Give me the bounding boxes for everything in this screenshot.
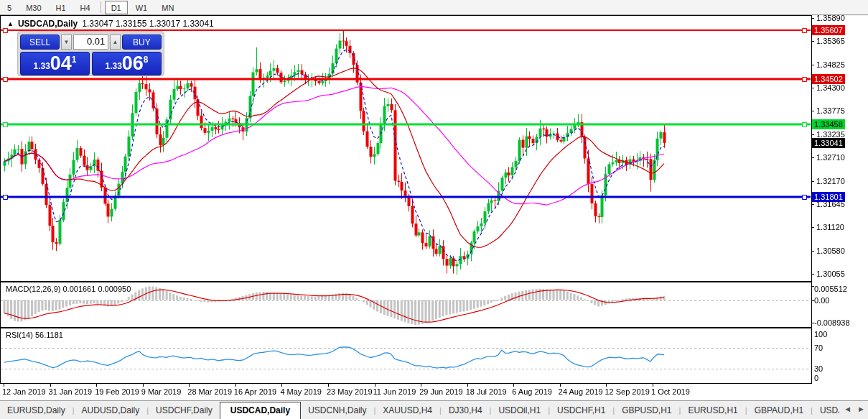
timeframe-button-5[interactable]: 5: [1, 1, 18, 14]
ohlc-quote-text: 1.33047 1.33155 1.33017 1.33041: [82, 19, 214, 29]
volume-increase-button[interactable]: ▲: [110, 34, 121, 50]
date-axis-label: 1 Oct 2019: [651, 387, 690, 396]
buy-button[interactable]: BUY: [122, 34, 162, 50]
chart-tab-GBPAUD-H1[interactable]: GBPAUD,H1: [747, 402, 811, 418]
chart-tab-AUDUSD-Daily[interactable]: AUDUSD,Daily: [75, 402, 147, 418]
chart-tab-USDCHF-Daily[interactable]: USDCHF,Daily: [149, 402, 220, 418]
date-axis-label: 28 Mar 2019: [187, 387, 232, 396]
sell-price-panel[interactable]: 1.33 04 1: [20, 52, 90, 75]
rsi-indicator-label: RSI(14) 56.1181: [6, 331, 63, 339]
timeframe-button-W1[interactable]: W1: [129, 1, 154, 14]
date-axis-label: 31 Jan 2019: [49, 387, 93, 396]
timeframe-toolbar: 5M30H1H4D1W1MN: [0, 0, 868, 15]
date-axis-label: 19 Feb 2019: [95, 387, 139, 396]
date-axis-label: 4 May 2019: [280, 387, 321, 396]
date-axis-label: 12 Sep 2019: [605, 387, 649, 396]
sell-price-sup: 1: [72, 55, 77, 65]
date-axis-label: 11 Jun 2019: [373, 387, 416, 396]
price-axis-tick: 1.34825: [816, 60, 845, 69]
chart-tab-EURUSD-H1[interactable]: EURUSD,H1: [681, 402, 745, 418]
price-axis-tick: 1.32710: [816, 153, 845, 162]
chart-tab-USDOil-H1[interactable]: USDOil,H1: [491, 402, 548, 418]
trading-platform-window: 5M30H1H4D1W1MN ▲ USDCAD,Daily 1.33047 1.…: [0, 0, 868, 419]
price-level-badge: 1.31801: [812, 192, 845, 202]
sell-price-small: 1.33: [33, 61, 50, 71]
date-axis-label: 24 Aug 2019: [559, 387, 603, 396]
sell-button[interactable]: SELL: [20, 34, 60, 50]
macd-axis-tick: -0.008938: [814, 318, 850, 327]
symbol-name: USDCAD,Daily: [18, 19, 78, 29]
buy-price-small: 1.33: [105, 61, 121, 71]
price-axis-tick: 1.30580: [816, 247, 845, 255]
date-axis-label: 9 Mar 2019: [141, 387, 182, 396]
timeframe-button-D1[interactable]: D1: [105, 1, 128, 14]
timeframe-button-H1[interactable]: H1: [50, 1, 73, 14]
chart-tab-USDCAD-Daily[interactable]: USDCAD,Daily: [220, 402, 301, 419]
price-axis-tick: 1.35365: [816, 37, 845, 45]
volume-decrease-button[interactable]: ▼: [61, 34, 72, 50]
sell-price-big: 04: [50, 54, 72, 73]
tab-scroll-left-icon[interactable]: ◄: [844, 405, 851, 413]
date-axis-label: 23 May 2019: [327, 387, 373, 396]
buy-price-panel[interactable]: 1.33 06 8: [92, 52, 162, 75]
timeframe-button-M30[interactable]: M30: [19, 1, 47, 14]
price-level-badge: 1.35607: [812, 25, 845, 35]
macd-axis-tick: 0.00: [814, 296, 829, 305]
collapse-panel-icon[interactable]: ▲: [7, 20, 14, 27]
macd-indicator-label: MACD(12,26,9) 0.001661 0.000950: [6, 285, 131, 293]
date-axis-label: 6 Aug 2019: [512, 387, 552, 396]
price-level-badge: 1.34502: [812, 74, 845, 84]
timeframe-button-H4[interactable]: H4: [74, 1, 97, 14]
price-level-badge: 1.33458: [812, 119, 845, 129]
chart-tab-EURUSD-Daily[interactable]: EURUSD,Daily: [0, 402, 73, 418]
rsi-axis-tick: 70: [814, 344, 823, 352]
price-axis-tick: 1.31120: [816, 223, 844, 231]
chart-tab-USDCNH-Daily[interactable]: USDCNH,Daily: [301, 402, 373, 418]
chart-tab-DJ30-H4[interactable]: DJ30,H4: [442, 402, 490, 418]
date-axis-label: 16 Apr 2019: [234, 387, 276, 396]
rsi-axis-tick: 30: [814, 364, 823, 373]
price-axis-tick: 1.33775: [816, 106, 845, 115]
date-axis-label: 29 Jun 2019: [419, 387, 463, 396]
buy-price-big: 06: [122, 54, 144, 73]
chart-title: ▲ USDCAD,Daily 1.33047 1.33155 1.33017 1…: [7, 19, 214, 29]
price-axis-tick: 1.32170: [816, 177, 845, 185]
buy-price-sup: 8: [144, 55, 149, 65]
volume-input[interactable]: 0.01: [73, 34, 109, 50]
chart-tab-bar: EURUSD,Daily|AUDUSD,Daily|USDCHF,DailyUS…: [0, 400, 868, 419]
date-axis-label: 18 Jul 2019: [466, 387, 507, 396]
rsi-axis-tick: 0: [814, 374, 818, 382]
price-level-badge: 1.33041: [812, 138, 845, 148]
rsi-axis-tick: 100: [814, 330, 827, 339]
chart-tab-XAUUSD-H4[interactable]: XAUUSD,H4: [375, 402, 439, 418]
tab-scroll-right-icon[interactable]: ►: [857, 405, 865, 413]
chart-tab-USDCHF-H1[interactable]: USDCHF,H1: [550, 402, 612, 418]
toolbar-separator: [101, 1, 101, 13]
chart-tab-GBPUSD-H1[interactable]: GBPUSD,H1: [615, 402, 678, 418]
price-axis-tick: 1.35890: [816, 14, 845, 22]
price-axis-tick: 1.30055: [816, 270, 845, 278]
one-click-trading-widget: SELL ▼ 0.01 ▲ BUY 1.33 04 1 1.33 06 8: [17, 31, 164, 76]
timeframe-button-MN[interactable]: MN: [155, 1, 180, 14]
macd-axis-tick: 0.005512: [814, 285, 847, 293]
price-axis-tick: 1.34300: [816, 83, 845, 92]
date-axis-label: 12 Jan 2019: [2, 387, 46, 396]
